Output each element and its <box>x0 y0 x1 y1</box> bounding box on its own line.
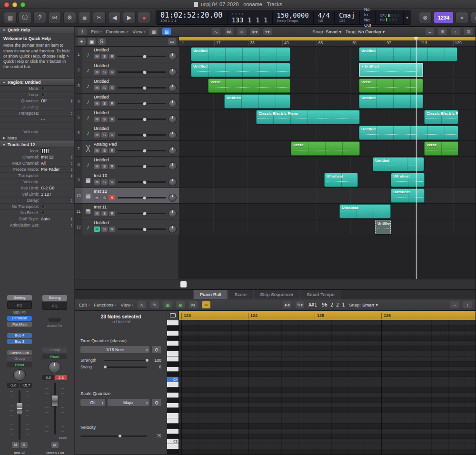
quick-help-header[interactable]: ▼ Quick Help <box>0 27 74 33</box>
region[interactable]: Ultrabeat <box>391 188 425 203</box>
inspector-row[interactable]: - - <box>0 123 74 129</box>
fader-cap[interactable] <box>16 403 23 414</box>
inspector-row[interactable]: Freeze Mode:Pre Fader▴▾ <box>0 167 74 173</box>
inspector-row[interactable]: Channel:Inst 12▴▾ <box>0 154 74 160</box>
volume-slider[interactable] <box>118 56 166 57</box>
region[interactable]: Ultrabeat <box>339 204 391 218</box>
slider-thumb[interactable] <box>143 54 147 59</box>
output-slot[interactable]: Stereo Out <box>7 350 32 356</box>
track-header[interactable]: 12♪UntitledMSR <box>75 219 179 235</box>
solo-button[interactable]: S <box>101 117 108 122</box>
piano-key-e4[interactable] <box>167 356 178 362</box>
zoom-v-icon[interactable]: ↕ <box>463 301 472 308</box>
count-in-button[interactable]: 1234 <box>434 12 453 23</box>
pan-knob[interactable] <box>169 162 177 170</box>
disclosure-icon[interactable]: ▼ <box>2 143 6 147</box>
track-header[interactable]: 10▦Inst 12MSR <box>75 188 179 204</box>
piano-key-b2[interactable] <box>167 444 178 449</box>
inspector-row[interactable]: Transpose:▴▾ <box>0 173 74 179</box>
region[interactable]: Untitled <box>359 126 458 140</box>
solo-button[interactable]: S <box>101 148 108 153</box>
menu-functions[interactable]: Functions▾ <box>94 302 116 307</box>
solo-button[interactable]: S <box>101 211 108 216</box>
piano-key-fs3[interactable] <box>167 408 178 413</box>
slider-thumb[interactable] <box>145 358 149 362</box>
mute-button[interactable]: M <box>94 69 100 75</box>
track-lane[interactable]: Ultrabeat <box>179 188 476 204</box>
drag-select[interactable]: Drag:No Overlap▾ <box>346 29 385 34</box>
checkbox[interactable] <box>41 87 45 90</box>
close-window-icon[interactable] <box>4 2 9 7</box>
track-header[interactable]: 8♪UntitledMSR <box>75 157 179 172</box>
mute-button[interactable]: M <box>94 85 100 90</box>
mute-button[interactable]: M <box>94 211 100 216</box>
piano-key-cs4[interactable] <box>167 372 178 377</box>
inspector-row[interactable]: Vel Limit:1 127 <box>0 191 74 198</box>
inspector-row[interactable]: Icon: <box>0 148 74 154</box>
record-button[interactable]: R <box>109 69 115 75</box>
midi-fx-panman[interactable]: PanMan <box>7 322 32 327</box>
record-button[interactable]: ● <box>138 12 150 23</box>
midi-thru-icon[interactable]: ◉ <box>176 301 185 308</box>
track-name[interactable]: Untitled <box>94 158 177 162</box>
solo-button[interactable]: S <box>101 69 108 75</box>
track-lane[interactable]: UntitledUntitled <box>179 94 476 109</box>
region[interactable]: Ultrabeat <box>324 173 358 187</box>
piano-key-a3[interactable] <box>167 393 178 398</box>
region[interactable]: ● Untitled <box>359 63 423 77</box>
fader-cap[interactable] <box>51 395 59 406</box>
solo-button[interactable]: S <box>101 132 108 138</box>
track-name[interactable]: Untitled <box>94 110 177 115</box>
checkbox[interactable] <box>41 93 45 97</box>
track-name[interactable]: Analog Pad <box>94 142 177 147</box>
mute-button[interactable]: M <box>94 54 100 59</box>
inspector-row[interactable]: Key Limit:C-2 G8 <box>0 185 74 191</box>
checkbox[interactable] <box>41 211 45 215</box>
inspector-row[interactable]: MIDI Channel:All▴▾ <box>0 160 74 167</box>
region[interactable]: Untitled <box>191 63 290 77</box>
slider-thumb[interactable] <box>143 180 147 184</box>
solo-button[interactable]: S <box>101 101 108 106</box>
track-header[interactable]: 4♪UntitledMSR <box>75 94 179 109</box>
mute-button[interactable]: M <box>94 164 100 169</box>
region[interactable]: Untitled <box>224 94 290 109</box>
track-lane[interactable]: Untitled <box>179 219 476 235</box>
marquee-icon[interactable]: ⋈ <box>189 301 198 308</box>
region[interactable]: Untitled <box>359 47 457 61</box>
track-name[interactable]: Untitled <box>94 95 177 99</box>
list-view-icon[interactable]: ▤ <box>162 28 171 35</box>
zoom-h-icon[interactable]: ↔ <box>450 301 459 308</box>
zoom-fit-icon[interactable]: ⊞ <box>464 28 473 35</box>
solo-button[interactable]: S <box>101 227 108 232</box>
slider-thumb[interactable] <box>143 196 147 200</box>
snap-select[interactable]: Snap:Smart▾ <box>349 302 378 307</box>
swing-slider[interactable] <box>104 366 147 368</box>
piano-key-fs4[interactable] <box>167 346 178 351</box>
slider-thumb[interactable] <box>143 70 147 74</box>
inspector-row[interactable]: Delay:▴▾ <box>0 198 74 204</box>
mute-button[interactable]: M <box>94 195 100 200</box>
track-name[interactable]: Untitled <box>94 48 177 52</box>
stepper-icon[interactable]: ▴▾ <box>71 198 72 203</box>
pan-knob[interactable] <box>169 147 177 155</box>
solo-button[interactable]: S <box>101 164 108 169</box>
volume-fader[interactable] <box>44 383 66 435</box>
left-click-tool[interactable]: ➤▾ <box>283 301 291 308</box>
inspector-row[interactable]: Loop: <box>0 92 74 98</box>
piano-key-ds3[interactable] <box>167 424 178 429</box>
rewind-button[interactable]: ◀ <box>108 12 121 23</box>
pan-knob[interactable] <box>49 361 61 373</box>
track-name[interactable]: Untitled <box>94 79 177 84</box>
inspector-row[interactable]: Articulation Set:▴▾ <box>0 222 74 228</box>
lcd-display[interactable]: 01:02:52:20.00 109 1 1 1 1 1 1 1 133 1 1… <box>156 10 411 25</box>
mute-button[interactable]: M <box>94 148 100 153</box>
piano-key-d4[interactable] <box>167 367 178 372</box>
quick-help-icon[interactable]: ? <box>33 12 46 23</box>
piano-key-cs3[interactable] <box>167 434 178 439</box>
disclosure-icon[interactable]: ▼ <box>2 29 6 32</box>
waveform-zoom-icon[interactable]: ≣ <box>438 28 447 35</box>
menu-edit[interactable]: Edit▾ <box>79 302 89 307</box>
track-lane[interactable]: Untitled <box>179 125 476 141</box>
midi-in-icon[interactable]: ▣ <box>163 301 172 308</box>
scale-apply-button[interactable]: Q <box>152 399 161 406</box>
